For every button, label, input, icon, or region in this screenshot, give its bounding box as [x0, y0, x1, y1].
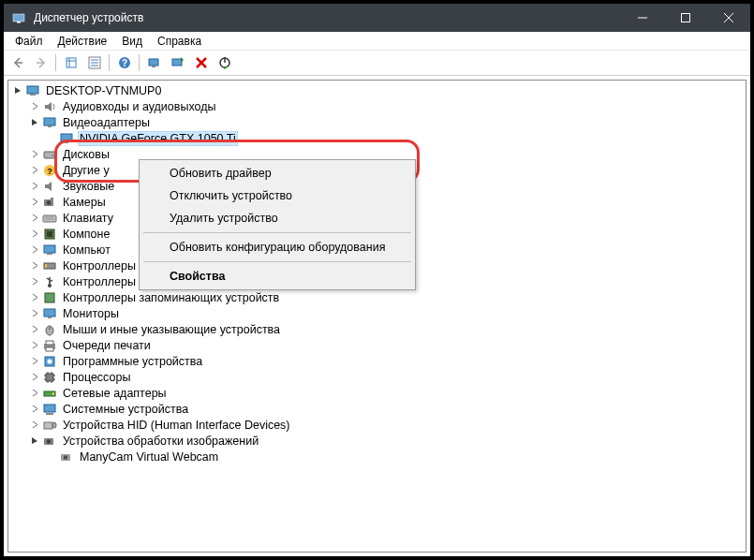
svg-text:?: ? — [47, 167, 52, 176]
category-label: Звуковые — [61, 180, 116, 193]
category-label: Устройства HID (Human Interface Devices) — [61, 419, 292, 432]
expander-icon[interactable] — [29, 196, 41, 208]
svg-rect-23 — [27, 86, 38, 94]
computer-icon — [42, 243, 57, 258]
category-audio[interactable]: Аудиовходы и аудиовыходы — [8, 98, 746, 114]
category-cpu[interactable]: Процессоры — [8, 369, 746, 385]
category-label: Другие у — [61, 164, 111, 177]
monitor-icon — [42, 306, 57, 321]
expander-icon[interactable] — [29, 307, 41, 319]
unknown-icon: ? — [42, 163, 57, 178]
help-button[interactable]: ? — [113, 52, 135, 73]
scan-button[interactable] — [143, 52, 165, 73]
category-net[interactable]: Сетевые адаптеры — [8, 385, 746, 401]
cpu-icon — [42, 370, 57, 385]
minimize-button[interactable] — [621, 4, 664, 32]
camera-icon — [42, 195, 57, 210]
ctx-separator — [143, 261, 411, 262]
category-mice[interactable]: Мыши и иные указывающие устройства — [8, 321, 746, 337]
expander-icon[interactable] — [29, 164, 41, 176]
expander-spacer — [46, 132, 58, 144]
system-icon — [42, 402, 57, 417]
usb-icon — [42, 274, 57, 289]
svg-rect-0 — [13, 14, 24, 22]
device-tree[interactable]: DESKTOP-VTNMUP0 Аудиовходы и аудиовыходы… — [7, 80, 747, 553]
device-gpu[interactable]: NVIDIA GeForce GTX 1050 Ti — [8, 130, 746, 146]
menu-view[interactable]: Вид — [114, 34, 150, 49]
ctx-separator — [143, 232, 411, 233]
category-label: Клавиату — [61, 212, 115, 225]
window-title: Диспетчер устройств — [34, 11, 621, 24]
computer-icon — [25, 83, 40, 98]
ctx-remove-device[interactable]: Удалить устройство — [141, 207, 413, 229]
category-label: Сетевые адаптеры — [61, 387, 169, 400]
close-button[interactable] — [707, 4, 750, 32]
category-imaging[interactable]: Устройства обработки изображений — [8, 433, 746, 449]
category-software[interactable]: Программные устройства — [8, 353, 746, 369]
ctx-disable-device[interactable]: Отключить устройство — [141, 184, 413, 207]
svg-point-71 — [52, 422, 56, 428]
forward-button[interactable] — [30, 52, 52, 73]
expander-icon[interactable] — [29, 243, 41, 256]
expander-icon[interactable] — [29, 323, 41, 335]
toolbar-separator — [55, 54, 56, 71]
expander-icon[interactable] — [29, 419, 41, 431]
expander-icon[interactable] — [29, 371, 41, 383]
category-print[interactable]: Очереди печати — [8, 337, 746, 353]
expander-icon[interactable] — [29, 148, 41, 160]
expander-icon[interactable] — [29, 212, 41, 224]
maximize-button[interactable] — [664, 4, 707, 32]
context-menu: Обновить драйвер Отключить устройство Уд… — [139, 159, 416, 290]
expander-icon[interactable] — [29, 259, 41, 272]
expander-icon[interactable] — [29, 180, 41, 192]
menu-file[interactable]: Файл — [7, 34, 51, 49]
svg-rect-26 — [48, 125, 52, 127]
expander-icon[interactable] — [29, 291, 41, 303]
category-label: Контроллеры запоминающих устройств — [61, 291, 281, 304]
root-node[interactable]: DESKTOP-VTNMUP0 — [8, 82, 746, 98]
expander-icon[interactable] — [29, 403, 41, 415]
svg-rect-44 — [45, 264, 47, 268]
category-system[interactable]: Системные устройства — [8, 401, 746, 417]
network-icon — [42, 386, 57, 401]
expander-icon[interactable] — [29, 355, 41, 367]
expander-icon[interactable] — [29, 100, 41, 112]
keyboard-icon — [42, 211, 57, 226]
toolbar-separator — [139, 54, 140, 71]
properties-button[interactable] — [83, 52, 105, 73]
device-label: ManyCam Virtual Webcam — [78, 450, 220, 464]
expander-icon[interactable] — [12, 84, 24, 96]
hid-icon — [42, 418, 57, 433]
svg-rect-57 — [46, 374, 53, 381]
category-monitors[interactable]: Мониторы — [8, 305, 746, 321]
category-video[interactable]: Видеоадаптеры — [8, 114, 746, 130]
expander-icon[interactable] — [29, 387, 41, 399]
category-label: Видеоадаптеры — [61, 116, 152, 129]
expander-icon[interactable] — [29, 116, 41, 128]
svg-point-75 — [64, 455, 67, 459]
back-button[interactable] — [7, 52, 28, 73]
ctx-properties[interactable]: Свойства — [141, 265, 413, 287]
update-driver-button[interactable] — [167, 52, 188, 73]
expander-icon[interactable] — [29, 435, 41, 447]
disable-button[interactable] — [214, 52, 235, 73]
expander-icon[interactable] — [29, 228, 41, 240]
category-label: Системные устройства — [61, 403, 190, 416]
expander-icon[interactable] — [29, 339, 41, 351]
category-label: Камеры — [61, 196, 108, 209]
expander-icon[interactable] — [29, 275, 41, 287]
software-icon — [42, 354, 57, 369]
category-label: Компоне — [61, 228, 111, 241]
svg-rect-35 — [51, 198, 53, 199]
category-hid[interactable]: Устройства HID (Human Interface Devices) — [8, 417, 746, 433]
ctx-refresh-config[interactable]: Обновить конфигурацию оборудования — [141, 236, 413, 258]
ctx-update-driver[interactable]: Обновить драйвер — [141, 162, 413, 184]
category-storage[interactable]: Контроллеры запоминающих устройств — [8, 289, 746, 305]
show-hidden-button[interactable] — [60, 52, 81, 73]
uninstall-button[interactable] — [190, 52, 212, 73]
menu-help[interactable]: Справка — [150, 34, 209, 49]
menu-action[interactable]: Действие — [51, 34, 115, 49]
device-webcam[interactable]: ManyCam Virtual Webcam — [8, 449, 746, 464]
svg-rect-27 — [61, 134, 72, 141]
category-label: Очереди печати — [61, 339, 153, 352]
